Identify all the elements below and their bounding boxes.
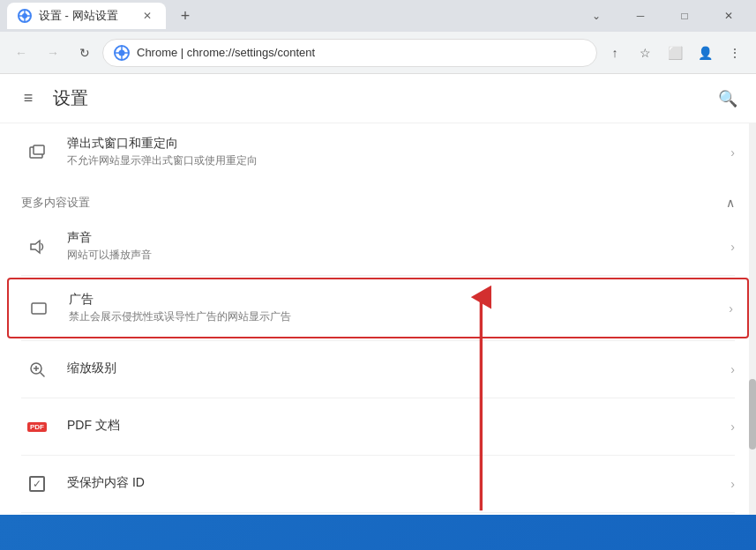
refresh-button[interactable]: ↻ bbox=[71, 39, 99, 67]
omnibox[interactable]: Chrome | chrome://settings/content bbox=[102, 39, 597, 67]
svg-line-13 bbox=[41, 373, 44, 376]
list-item[interactable]: 弹出式窗口和重定向 不允许网站显示弹出式窗口或使用重定向 › bbox=[0, 123, 756, 181]
section-collapse-icon[interactable]: ∧ bbox=[726, 196, 735, 210]
settings-list[interactable]: 弹出式窗口和重定向 不允许网站显示弹出式窗口或使用重定向 › 更多内容设置 ∧ bbox=[0, 123, 756, 550]
divider bbox=[21, 275, 735, 276]
popup-arrow-icon: › bbox=[730, 145, 735, 160]
back-button[interactable]: ← bbox=[7, 39, 35, 67]
settings-header: ≡ 设置 🔍 bbox=[0, 74, 756, 123]
sound-subtitle: 网站可以播放声音 bbox=[67, 248, 730, 263]
menu-icon[interactable]: ⋮ bbox=[721, 39, 749, 67]
popup-title: 弹出式窗口和重定向 bbox=[67, 136, 730, 152]
pdf-icon: PDF bbox=[21, 422, 53, 432]
settings-page: ≡ 设置 🔍 弹出式窗口和重定向 不允许网站显示弹出式窗口或使用重定向 bbox=[0, 74, 756, 550]
extension-icon[interactable]: ⬜ bbox=[661, 39, 689, 67]
checkmark-icon: ✓ bbox=[33, 478, 41, 490]
forward-button[interactable]: → bbox=[39, 39, 67, 67]
content-area: ≡ 设置 🔍 弹出式窗口和重定向 不允许网站显示弹出式窗口或使用重定向 bbox=[0, 74, 756, 550]
close-button[interactable]: ✕ bbox=[708, 0, 749, 32]
tab-title: 设置 - 网站设置 bbox=[39, 8, 118, 24]
drm-icon: ✓ bbox=[21, 476, 53, 492]
tab-favicon bbox=[18, 9, 32, 23]
list-item[interactable]: PDF PDF 文档 › bbox=[0, 398, 756, 455]
svg-marker-10 bbox=[31, 241, 40, 253]
bookmark-icon[interactable]: ☆ bbox=[631, 39, 659, 67]
zoom-title: 缩放级别 bbox=[67, 360, 730, 376]
addressbar: ← → ↻ Chrome | chrome://settings/content… bbox=[0, 32, 756, 74]
toolbar-icons: ↑ ☆ ⬜ 👤 ⋮ bbox=[601, 39, 749, 67]
zoom-arrow-icon: › bbox=[730, 362, 735, 376]
scrollbar-track bbox=[749, 123, 756, 550]
profile-icon[interactable]: 👤 bbox=[691, 39, 719, 67]
minimize-button[interactable]: ─ bbox=[620, 0, 661, 32]
sound-text: 声音 网站可以播放声音 bbox=[67, 230, 730, 263]
sound-arrow-icon: › bbox=[730, 240, 735, 254]
tab-close-button[interactable]: ✕ bbox=[139, 8, 155, 24]
menu-toggle-button[interactable]: ≡ bbox=[14, 85, 42, 113]
svg-rect-9 bbox=[34, 145, 44, 154]
popup-subtitle: 不允许网站显示弹出式窗口或使用重定向 bbox=[67, 153, 730, 168]
taskbar bbox=[0, 515, 756, 550]
page-title: 设置 bbox=[53, 86, 88, 110]
ads-arrow-icon: › bbox=[729, 301, 733, 316]
search-button[interactable]: 🔍 bbox=[714, 85, 742, 113]
search-icon: 🔍 bbox=[718, 89, 737, 108]
list-item[interactable]: 缩放级别 › bbox=[0, 341, 756, 398]
zoom-icon bbox=[21, 360, 53, 378]
scrollbar-thumb[interactable] bbox=[749, 379, 756, 450]
more-settings-section: 更多内容设置 ∧ bbox=[0, 181, 756, 218]
svg-rect-11 bbox=[32, 303, 46, 314]
more-settings-label: 更多内容设置 bbox=[21, 195, 90, 211]
checkbox-icon: ✓ bbox=[29, 476, 45, 492]
chrome-logo-icon bbox=[114, 45, 130, 61]
ads-list-item[interactable]: 广告 禁止会展示侵扰性或误导性广告的网站显示广告 › bbox=[7, 278, 749, 338]
pdf-arrow-icon: › bbox=[730, 420, 735, 434]
ads-text: 广告 禁止会展示侵扰性或误导性广告的网站显示广告 bbox=[69, 292, 729, 324]
drm-text: 受保护内容 ID bbox=[67, 475, 730, 493]
pdf-badge: PDF bbox=[27, 422, 47, 432]
drm-title: 受保护内容 ID bbox=[67, 475, 730, 491]
list-item[interactable]: 声音 网站可以播放声音 › bbox=[0, 218, 756, 275]
window-controls: ⌄ ─ □ ✕ bbox=[576, 0, 749, 32]
ads-title: 广告 bbox=[69, 292, 729, 308]
popup-text: 弹出式窗口和重定向 不允许网站显示弹出式窗口或使用重定向 bbox=[67, 136, 730, 168]
hamburger-icon: ≡ bbox=[24, 89, 34, 108]
pdf-text: PDF 文档 bbox=[67, 418, 730, 435]
url-display[interactable]: Chrome | chrome://settings/content bbox=[137, 46, 586, 59]
ads-subtitle: 禁止会展示侵扰性或误导性广告的网站显示广告 bbox=[69, 309, 729, 324]
chevron-button[interactable]: ⌄ bbox=[576, 0, 617, 32]
share-icon[interactable]: ↑ bbox=[601, 39, 629, 67]
active-tab[interactable]: 设置 - 网站设置 ✕ bbox=[7, 3, 166, 29]
titlebar: 设置 - 网站设置 ✕ + ⌄ ─ □ ✕ bbox=[0, 0, 756, 32]
ads-icon bbox=[23, 300, 55, 317]
list-item[interactable]: ✓ 受保护内容 ID › bbox=[0, 456, 756, 512]
maximize-button[interactable]: □ bbox=[664, 0, 705, 32]
popup-icon bbox=[21, 144, 53, 161]
drm-arrow-icon: › bbox=[730, 477, 735, 491]
pdf-title: PDF 文档 bbox=[67, 418, 730, 434]
url-domain: Chrome | chrome://settings/content bbox=[137, 46, 315, 59]
zoom-text: 缩放级别 bbox=[67, 360, 730, 378]
new-tab-button[interactable]: + bbox=[173, 4, 198, 28]
sound-icon bbox=[21, 238, 53, 256]
sound-title: 声音 bbox=[67, 230, 730, 246]
